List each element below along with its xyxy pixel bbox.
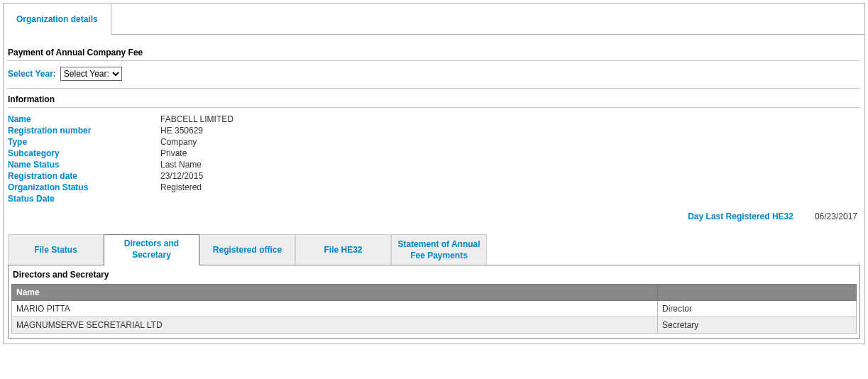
info-row-orgstatus: Organization Status Registered xyxy=(8,182,860,193)
info-label: Status Date xyxy=(8,193,160,204)
table-row: MAGNUMSERVE SECRETARIAL LTD Secretary xyxy=(12,317,857,334)
divider xyxy=(8,60,860,61)
info-value: Registered xyxy=(160,182,202,193)
info-value: 23/12/2015 xyxy=(160,170,203,182)
info-value: Private xyxy=(160,148,187,159)
payment-heading: Payment of Annual Company Fee xyxy=(8,48,860,57)
directors-panel: Directors and Secretary Name MARIO PITTA… xyxy=(8,265,860,339)
col-header-role xyxy=(658,285,857,301)
tab-directors-secretary[interactable]: Directors and Secretary xyxy=(104,234,199,265)
he32-date: 06/23/2017 xyxy=(815,212,857,221)
select-year-label: Select Year: xyxy=(8,69,56,79)
he32-label: Day Last Registered HE32 xyxy=(688,212,793,221)
sub-tabs: File Status Directors and Secretary Regi… xyxy=(8,234,860,265)
directors-table: Name MARIO PITTA Director MAGNUMSERVE SE… xyxy=(11,284,857,334)
tab-organization-details[interactable]: Organization details xyxy=(4,4,111,35)
info-label: Registration number xyxy=(8,125,160,136)
table-row: MARIO PITTA Director xyxy=(12,301,857,317)
divider xyxy=(8,107,860,108)
col-header-name: Name xyxy=(12,285,658,301)
tab-file-he32[interactable]: File HE32 xyxy=(295,234,391,265)
info-row-regdate: Registration date 23/12/2015 xyxy=(8,170,860,182)
info-row-namestatus: Name Status Last Name xyxy=(8,159,860,170)
info-value: FABCELL LIMITED xyxy=(160,114,234,125)
cell-name: MARIO PITTA xyxy=(12,301,658,317)
tab-statement-fee[interactable]: Statement of Annual Fee Payments xyxy=(391,234,487,265)
top-tab-row: Organization details xyxy=(4,4,864,35)
cell-role: Secretary xyxy=(658,317,857,334)
divider xyxy=(8,88,860,89)
info-label: Name Status xyxy=(8,159,160,170)
content-area: Payment of Annual Company Fee Select Yea… xyxy=(4,35,864,344)
info-row-statusdate: Status Date xyxy=(8,193,860,204)
cell-role: Director xyxy=(658,301,857,317)
info-row-regnum: Registration number ΗΕ 350629 xyxy=(8,125,860,136)
info-value: ΗΕ 350629 xyxy=(160,125,203,136)
info-row-subcat: Subcategory Private xyxy=(8,148,860,159)
info-label: Registration date xyxy=(8,170,160,182)
select-year-row: Select Year: Select Year: xyxy=(8,67,860,81)
info-label: Name xyxy=(8,114,160,125)
info-value: Company xyxy=(160,136,197,148)
cell-name: MAGNUMSERVE SECRETARIAL LTD xyxy=(12,317,658,334)
info-row-type: Type Company xyxy=(8,136,860,148)
tab-file-status[interactable]: File Status xyxy=(8,234,104,265)
tab-registered-office[interactable]: Registered office xyxy=(199,234,295,265)
info-label: Organization Status xyxy=(8,182,160,193)
info-label: Subcategory xyxy=(8,148,160,159)
info-value: Last Name xyxy=(160,159,202,170)
directors-panel-title: Directors and Secretary xyxy=(13,270,857,280)
info-label: Type xyxy=(8,136,160,148)
info-table: Name FABCELL LIMITED Registration number… xyxy=(8,114,860,204)
select-year-dropdown[interactable]: Select Year: xyxy=(60,67,122,81)
main-frame: Organization details Payment of Annual C… xyxy=(3,3,865,344)
info-row-name: Name FABCELL LIMITED xyxy=(8,114,860,125)
information-heading: Information xyxy=(8,94,860,104)
he32-row: Day Last Registered HE32 06/23/2017 xyxy=(8,212,857,221)
